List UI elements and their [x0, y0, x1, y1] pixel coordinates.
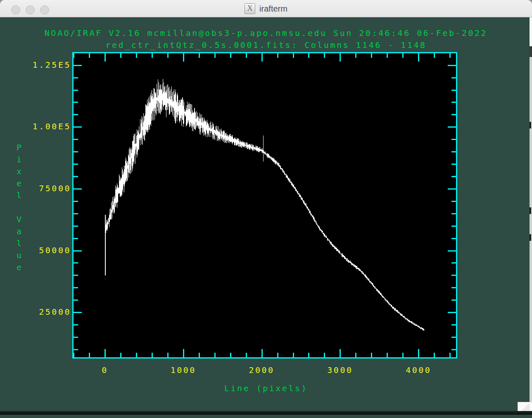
- x-axis-title: Line (pixels): [204, 383, 328, 393]
- plot-frame: [72, 52, 457, 359]
- window-title: irafterm: [259, 4, 287, 14]
- title-area: X irafterm: [0, 0, 532, 17]
- y-tick-label: 25000: [26, 307, 71, 317]
- y-axis-title-letter: e: [14, 262, 24, 272]
- background-window-sliver: [530, 17, 532, 415]
- titlebar[interactable]: X irafterm: [0, 0, 532, 17]
- plot-title: red_ctr_intQtz_0.5s.0001.fits: Columns 1…: [0, 40, 532, 50]
- iraf-status-line: NOAO/IRAF V2.16 mcmillan@obs3-p.apo.nmsu…: [0, 28, 532, 38]
- y-axis-title-letter: e: [14, 178, 24, 188]
- y-tick-label: 1.00E5: [26, 121, 71, 131]
- y-axis-title-letter: a: [14, 226, 24, 236]
- sliver-highlight: [530, 17, 532, 46]
- sliver-text-fragment: [530, 122, 531, 128]
- iraf-graphics-screen: NOAO/IRAF V2.16 mcmillan@obs3-p.apo.nmsu…: [0, 17, 532, 415]
- y-axis-title-letter: x: [14, 166, 24, 176]
- y-tick-label: 1.25E5: [26, 60, 71, 70]
- y-axis-title-letter: P: [14, 142, 24, 152]
- x-tick-label: 1000: [154, 365, 212, 375]
- x-tick-label: 4000: [390, 365, 447, 375]
- y-axis-title-letter: i: [14, 154, 24, 164]
- x-tick-label: 3000: [311, 365, 369, 375]
- window-bottom-edge: [0, 411, 532, 415]
- plot-canvas[interactable]: [74, 53, 456, 357]
- irafterm-window: X irafterm NOAO/IRAF V2.16 mcmillan@obs3…: [0, 0, 532, 418]
- x-tick-label: 2000: [233, 365, 291, 375]
- sliver-text-fragment: [530, 234, 531, 241]
- y-axis-title-letter: u: [14, 250, 24, 260]
- sliver-dark-blob: [530, 46, 532, 57]
- sliver-text-fragment: [530, 207, 531, 214]
- y-axis-title-letter: l: [14, 238, 24, 248]
- x11-icon: X: [245, 3, 255, 14]
- y-tick-label: 50000: [26, 245, 71, 255]
- y-axis-title-letter: V: [14, 214, 24, 224]
- x-tick-label: 0: [76, 365, 134, 375]
- y-tick-label: 75000: [26, 183, 71, 193]
- y-axis-title-letter: l: [14, 190, 24, 200]
